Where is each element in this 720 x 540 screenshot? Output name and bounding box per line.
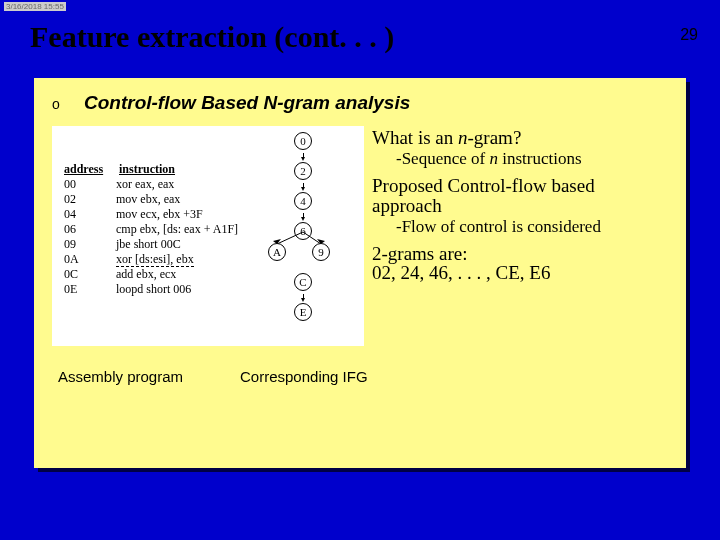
cell-ins: xor [ds:esi], ebx (116, 252, 194, 267)
graph-node: E (294, 303, 312, 321)
figure-captions: Assembly program Corresponding IFG (52, 368, 668, 385)
graph-node: 9 (312, 243, 330, 261)
cell-ins: loopd short 006 (116, 282, 191, 297)
bullet-marker: o (52, 96, 66, 112)
content-row: address instruction 00xor eax, eax 02mov… (52, 126, 668, 346)
graph-edge (303, 183, 304, 189)
cell-addr: 02 (64, 192, 116, 207)
graph-edge (303, 294, 304, 300)
table-row: 0Eloopd short 006 (64, 282, 238, 297)
cell-addr: 0E (64, 282, 116, 297)
table-row: 06cmp ebx, [ds: eax + A1F] (64, 222, 238, 237)
cell-addr: 09 (64, 237, 116, 252)
text-frag: What is an (372, 127, 458, 148)
table-header: address instruction (64, 162, 238, 177)
instruction-table: address instruction 00xor eax, eax 02mov… (64, 162, 238, 297)
cell-addr: 06 (64, 222, 116, 237)
caption-asm: Assembly program (58, 368, 208, 385)
graph-node: A (268, 243, 286, 261)
explanation-text: What is an n-gram? -Sequence of n instru… (372, 126, 668, 285)
timestamp: 3/16/2018 15:55 (4, 2, 66, 11)
cell-ins: add ebx, ecx (116, 267, 176, 282)
text-frag: instructions (498, 149, 582, 168)
sub-ngram: -Sequence of n instructions (396, 150, 668, 168)
bullet-row: o Control-flow Based N-gram analysis (52, 92, 668, 114)
cell-addr: 0C (64, 267, 116, 282)
text-frag: -Sequence of (396, 149, 489, 168)
graph-branch: A 9 (268, 243, 338, 270)
col-instruction: instruction (119, 162, 175, 177)
text-frag: 02, 24, 46, . . . , CE, E6 (372, 262, 550, 283)
table-row: 00xor eax, eax (64, 177, 238, 192)
slide-title: Feature extraction (cont. . . ) (30, 20, 394, 54)
graph-node: 4 (294, 192, 312, 210)
cell-addr: 0A (64, 252, 116, 267)
ifg-graph: 0 2 4 6 A 9 C E (268, 132, 338, 321)
graph-node: 0 (294, 132, 312, 150)
table-row: 09jbe short 00C (64, 237, 238, 252)
heading-ngram: What is an n-gram? (372, 128, 668, 148)
sub-approach: -Flow of control is considered (396, 218, 668, 236)
graph-edge (303, 213, 304, 219)
table-row: 0Axor [ds:esi], ebx (64, 252, 238, 267)
table-row: 0Cadd ebx, ecx (64, 267, 238, 282)
cell-ins: mov ecx, ebx +3F (116, 207, 203, 222)
content-card: o Control-flow Based N-gram analysis add… (34, 78, 686, 468)
heading-approach: Proposed Control-flow based approach (372, 176, 668, 216)
cell-addr: 04 (64, 207, 116, 222)
cell-ins: xor eax, eax (116, 177, 174, 192)
text-ital: n (458, 127, 468, 148)
cell-ins: mov ebx, eax (116, 192, 180, 207)
cell-ins: cmp ebx, [ds: eax + A1F] (116, 222, 238, 237)
text-frag: 2-grams are: (372, 243, 467, 264)
col-address: address (64, 162, 116, 177)
text-ital: n (489, 149, 498, 168)
cell-addr: 00 (64, 177, 116, 192)
graph-node: 2 (294, 162, 312, 180)
text-frag: -gram? (468, 127, 522, 148)
caption-ifg: Corresponding IFG (240, 368, 368, 385)
graph-node: C (294, 273, 312, 291)
figure-panel: address instruction 00xor eax, eax 02mov… (52, 126, 364, 346)
heading-2grams: 2-grams are: 02, 24, 46, . . . , CE, E6 (372, 244, 668, 284)
bullet-text: Control-flow Based N-gram analysis (84, 92, 410, 114)
cell-ins: jbe short 00C (116, 237, 181, 252)
text-frag: approach (372, 195, 442, 216)
graph-edge (303, 153, 304, 159)
table-row: 04mov ecx, ebx +3F (64, 207, 238, 222)
text-frag: Proposed Control-flow based (372, 175, 595, 196)
page-number: 29 (680, 26, 698, 44)
table-row: 02mov ebx, eax (64, 192, 238, 207)
